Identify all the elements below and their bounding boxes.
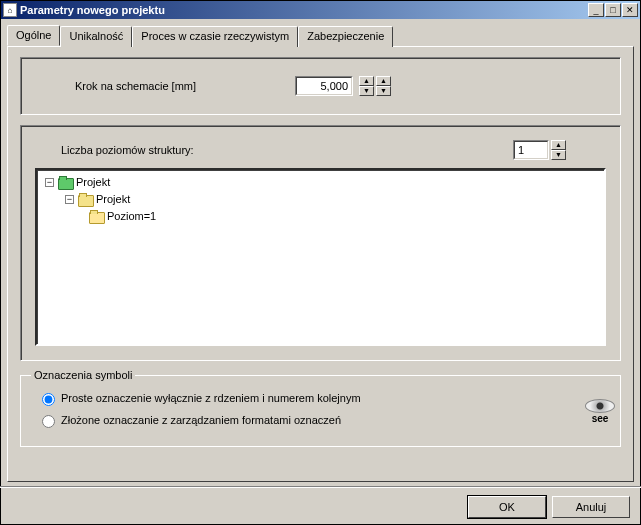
eye-icon (585, 399, 615, 413)
levels-label: Liczba poziomów struktury: (35, 144, 245, 156)
radio-complex-row[interactable]: Złożone oznaczanie z zarządzaniem format… (37, 412, 608, 428)
levels-up-button[interactable]: ▲ (551, 140, 566, 150)
step-major-up-button[interactable]: ▲ (359, 76, 374, 86)
radio-simple[interactable] (42, 393, 55, 406)
radio-complex-label: Złożone oznaczanie z zarządzaniem format… (61, 414, 341, 426)
folder-icon (78, 193, 92, 205)
tree-root[interactable]: − Projekt (39, 174, 602, 190)
see-logo-text: see (583, 413, 617, 424)
symbols-fieldset: Oznaczenia symboli Proste oznaczenie wył… (20, 375, 621, 447)
app-icon: ⌂ (3, 3, 17, 17)
radio-complex[interactable] (42, 415, 55, 428)
tab-bar: Ogólne Unikalność Proces w czasie rzeczy… (7, 25, 634, 46)
radio-simple-label: Proste oznaczenie wyłącznie z rdzeniem i… (61, 392, 361, 404)
tab-uniqueness[interactable]: Unikalność (60, 26, 132, 47)
ok-button[interactable]: OK (468, 496, 546, 518)
see-logo: see (583, 399, 617, 429)
folder-open-icon (89, 210, 103, 222)
levels-input[interactable] (514, 141, 548, 159)
tree-root-label: Projekt (76, 176, 110, 188)
window-title: Parametry nowego projektu (20, 4, 588, 16)
structure-tree[interactable]: − Projekt − Projekt Poziom=1 (35, 168, 606, 346)
tree-child[interactable]: − Projekt (39, 191, 602, 207)
panel-levels: Liczba poziomów struktury: ▲ ▼ − (20, 125, 621, 361)
separator (0, 486, 641, 488)
folder-green-icon (58, 176, 72, 188)
window-controls: _ □ ✕ (588, 3, 638, 17)
client-area: Ogólne Unikalność Proces w czasie rzeczy… (1, 19, 640, 524)
step-input[interactable] (296, 77, 352, 95)
tab-page-general: Krok na schemacie [mm] ▲ ▼ ▲ ▼ (7, 46, 634, 482)
panel-step: Krok na schemacie [mm] ▲ ▼ ▲ ▼ (20, 57, 621, 115)
symbols-legend: Oznaczenia symboli (31, 369, 135, 381)
radio-simple-row[interactable]: Proste oznaczenie wyłącznie z rdzeniem i… (37, 390, 608, 406)
cancel-button[interactable]: Anuluj (552, 496, 630, 518)
tree-leaf-label: Poziom=1 (107, 210, 156, 222)
tab-security[interactable]: Zabezpieczenie (298, 26, 393, 47)
dialog-buttons: OK Anuluj (7, 490, 634, 518)
tab-realtime[interactable]: Proces w czasie rzeczywistym (132, 26, 298, 47)
levels-input-wrap (513, 140, 549, 160)
levels-down-button[interactable]: ▼ (551, 150, 566, 160)
close-button[interactable]: ✕ (622, 3, 638, 17)
maximize-button[interactable]: □ (605, 3, 621, 17)
tree-collapse-icon[interactable]: − (65, 195, 74, 204)
tree-collapse-icon[interactable]: − (45, 178, 54, 187)
step-input-wrap (295, 76, 353, 96)
title-bar: ⌂ Parametry nowego projektu _ □ ✕ (1, 1, 640, 19)
tree-child-label: Projekt (96, 193, 130, 205)
dialog-window: ⌂ Parametry nowego projektu _ □ ✕ Ogólne… (0, 0, 641, 525)
step-minor-up-button[interactable]: ▲ (376, 76, 391, 86)
tab-general[interactable]: Ogólne (7, 25, 60, 46)
step-label: Krok na schemacie [mm] (35, 80, 245, 92)
minimize-button[interactable]: _ (588, 3, 604, 17)
tree-leaf[interactable]: Poziom=1 (39, 208, 602, 224)
step-minor-down-button[interactable]: ▼ (376, 86, 391, 96)
step-major-down-button[interactable]: ▼ (359, 86, 374, 96)
